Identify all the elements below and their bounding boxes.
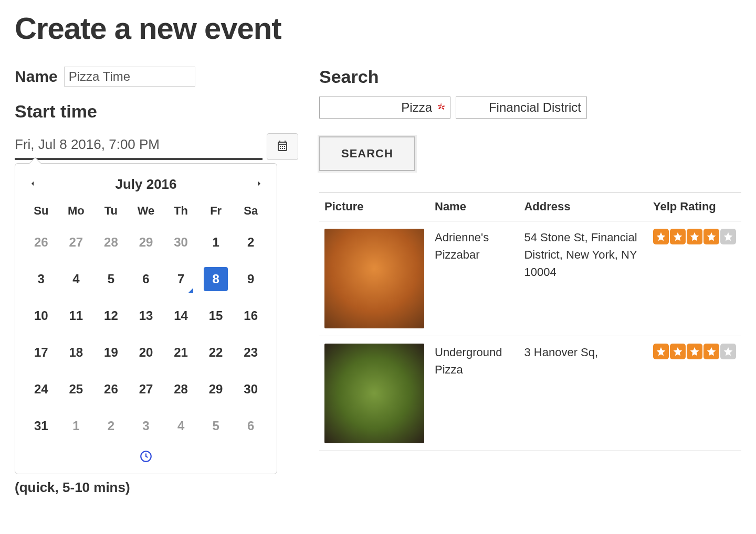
col-address: Address bbox=[519, 193, 648, 221]
results-table: Picture Name Address Yelp Rating Adrienn… bbox=[319, 192, 741, 451]
datepicker-day[interactable]: 5 bbox=[93, 261, 129, 297]
result-rating bbox=[648, 336, 741, 451]
datepicker-day[interactable]: 15 bbox=[198, 297, 234, 334]
datepicker-month-label[interactable]: July 2016 bbox=[115, 176, 176, 193]
datepicker-dow: Sa bbox=[233, 200, 268, 224]
datepicker-day[interactable]: 4 bbox=[59, 261, 94, 297]
search-button[interactable]: SEARCH bbox=[319, 136, 415, 171]
result-address: 3 Hanover Sq, bbox=[519, 336, 648, 451]
star-icon bbox=[704, 344, 719, 359]
star-icon bbox=[687, 229, 702, 244]
result-address: 54 Stone St, Financial District, New Yor… bbox=[519, 221, 648, 336]
datepicker-day[interactable]: 22 bbox=[198, 334, 234, 371]
datepicker-day[interactable]: 26 bbox=[93, 371, 129, 408]
star-icon bbox=[720, 344, 736, 359]
calendar-icon bbox=[276, 140, 289, 154]
datepicker-day[interactable]: 4 bbox=[163, 408, 198, 444]
star-icon bbox=[670, 229, 686, 244]
datepicker-day[interactable]: 12 bbox=[93, 297, 129, 334]
datepicker-day[interactable]: 27 bbox=[129, 371, 164, 408]
page-title: Create a new event bbox=[15, 10, 741, 46]
star-icon bbox=[704, 229, 719, 244]
datepicker-day[interactable]: 21 bbox=[163, 334, 198, 371]
time-picker-button[interactable] bbox=[139, 450, 153, 465]
datepicker-day[interactable]: 14 bbox=[163, 297, 198, 334]
star-icon bbox=[653, 344, 669, 359]
chevron-left-icon bbox=[28, 178, 37, 191]
datepicker-day[interactable]: 3 bbox=[129, 408, 164, 444]
starttime-label: Start time bbox=[15, 101, 298, 122]
datepicker-dow: Th bbox=[163, 200, 198, 224]
datepicker-day[interactable]: 6 bbox=[233, 408, 268, 444]
datepicker-prev-month-button[interactable] bbox=[27, 179, 38, 190]
col-rating: Yelp Rating bbox=[648, 193, 741, 221]
datepicker-day[interactable]: 19 bbox=[93, 334, 129, 371]
datepicker-dow: Su bbox=[24, 200, 59, 224]
clock-icon bbox=[139, 456, 153, 465]
star-icon bbox=[720, 229, 736, 244]
datepicker-day[interactable]: 17 bbox=[24, 334, 59, 371]
datepicker-day[interactable]: 29 bbox=[129, 224, 164, 261]
star-icon bbox=[687, 344, 702, 359]
datepicker-dow: Tu bbox=[93, 200, 129, 224]
yelp-icon bbox=[437, 102, 446, 113]
datepicker-day[interactable]: 31 bbox=[24, 408, 59, 444]
star-icon bbox=[670, 344, 686, 359]
datepicker-day[interactable]: 6 bbox=[129, 261, 164, 297]
datepicker-day[interactable]: 20 bbox=[129, 334, 164, 371]
datepicker-day[interactable]: 30 bbox=[163, 224, 198, 261]
datepicker-day[interactable]: 8 bbox=[198, 261, 234, 297]
datepicker-day[interactable]: 5 bbox=[198, 408, 234, 444]
datepicker-day[interactable]: 9 bbox=[233, 261, 268, 297]
datepicker-dow: We bbox=[129, 200, 164, 224]
datepicker-day[interactable]: 29 bbox=[198, 371, 234, 408]
search-location-input[interactable] bbox=[456, 97, 587, 119]
datepicker-day[interactable]: 3 bbox=[24, 261, 59, 297]
table-row[interactable]: Adrienne's Pizzabar54 Stone St, Financia… bbox=[319, 221, 741, 336]
starttime-input[interactable] bbox=[15, 133, 262, 160]
datepicker-day[interactable]: 28 bbox=[93, 224, 129, 261]
datepicker-day[interactable]: 25 bbox=[59, 371, 94, 408]
datepicker-day[interactable]: 26 bbox=[24, 224, 59, 261]
result-thumbnail bbox=[324, 229, 424, 328]
datepicker-next-month-button[interactable] bbox=[254, 179, 265, 190]
datepicker-day[interactable]: 27 bbox=[59, 224, 94, 261]
datepicker-day[interactable]: 10 bbox=[24, 297, 59, 334]
result-name: Adrienne's Pizzabar bbox=[429, 221, 519, 336]
datepicker-day[interactable]: 16 bbox=[233, 297, 268, 334]
result-rating bbox=[648, 221, 741, 336]
datepicker-day[interactable]: 1 bbox=[198, 224, 234, 261]
search-term-input[interactable] bbox=[319, 97, 450, 119]
result-name: Underground Pizza bbox=[429, 336, 519, 451]
search-heading: Search bbox=[319, 67, 741, 87]
datepicker-day[interactable]: 18 bbox=[59, 334, 94, 371]
datepicker-day[interactable]: 24 bbox=[24, 371, 59, 408]
datepicker-day[interactable]: 28 bbox=[163, 371, 198, 408]
datepicker-popup: July 2016 SuMoTuWeThFrSa 262728293012345… bbox=[15, 163, 277, 474]
result-thumbnail bbox=[324, 344, 424, 443]
name-input[interactable] bbox=[64, 67, 195, 87]
col-picture: Picture bbox=[319, 193, 429, 221]
datepicker-day[interactable]: 7 bbox=[163, 261, 198, 297]
col-name: Name bbox=[429, 193, 519, 221]
datepicker-day[interactable]: 1 bbox=[59, 408, 94, 444]
datepicker-dow: Mo bbox=[59, 200, 94, 224]
table-row[interactable]: Underground Pizza3 Hanover Sq, bbox=[319, 336, 741, 451]
datepicker-day[interactable]: 2 bbox=[233, 224, 268, 261]
datepicker-day[interactable]: 2 bbox=[93, 408, 129, 444]
datepicker-day[interactable]: 13 bbox=[129, 297, 164, 334]
datepicker-day[interactable]: 23 bbox=[233, 334, 268, 371]
datepicker-dow: Fr bbox=[198, 200, 234, 224]
datepicker-day[interactable]: 30 bbox=[233, 371, 268, 408]
datepicker-day[interactable]: 11 bbox=[59, 297, 94, 334]
name-label: Name bbox=[15, 68, 58, 86]
star-icon bbox=[653, 229, 669, 244]
chevron-right-icon bbox=[255, 178, 264, 191]
calendar-toggle-button[interactable] bbox=[267, 133, 298, 160]
truncated-text: (quick, 5-10 mins) bbox=[15, 479, 298, 496]
